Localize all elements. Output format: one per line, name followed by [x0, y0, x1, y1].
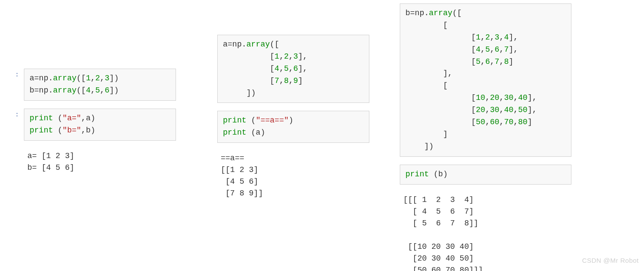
code-block: b=np.array([ [ [1,2,3,4], [4,5,6,7], [5,…	[400, 3, 571, 157]
column-3: b=np.array([ [ [1,2,3,4], [4,5,6,7], [5,…	[400, 3, 571, 271]
column-1: : a=np.array([1,2,3]) b=np.array([4,5,6]…	[24, 69, 176, 174]
code-cell-2a: a=np.array([ [1,2,3], [4,5,6], [7,8,9] ]…	[217, 35, 369, 103]
code-cell-2b: print ("==a==") print (a)	[217, 111, 369, 143]
output-block: [[[ 1 2 3 4] [ 4 5 6 7] [ 5 6 7 8]] [[10…	[400, 192, 571, 271]
prompt-mark: :	[15, 71, 19, 78]
prompt-mark: :	[15, 111, 19, 118]
watermark-text: CSDN @Mr Robot	[582, 257, 639, 264]
code-cell-1a: : a=np.array([1,2,3]) b=np.array([4,5,6]…	[24, 69, 176, 101]
code-cell-3b: print (b)	[400, 165, 571, 185]
output-block: ==a== [[1 2 3] [4 5 6] [7 8 9]]	[217, 151, 369, 199]
code-cell-1b: : print ("a=",a) print ("b=",b)	[24, 109, 176, 141]
code-block: a=np.array([1,2,3]) b=np.array([4,5,6])	[24, 69, 176, 101]
code-cell-3a: b=np.array([ [ [1,2,3,4], [4,5,6,7], [5,…	[400, 3, 571, 157]
code-block: print (b)	[400, 165, 571, 185]
column-2: a=np.array([ [1,2,3], [4,5,6], [7,8,9] ]…	[217, 35, 369, 199]
output-block: a= [1 2 3] b= [4 5 6]	[24, 149, 176, 174]
code-block: a=np.array([ [1,2,3], [4,5,6], [7,8,9] ]…	[217, 35, 369, 103]
code-block: print ("a=",a) print ("b=",b)	[24, 109, 176, 141]
code-block: print ("==a==") print (a)	[217, 111, 369, 143]
